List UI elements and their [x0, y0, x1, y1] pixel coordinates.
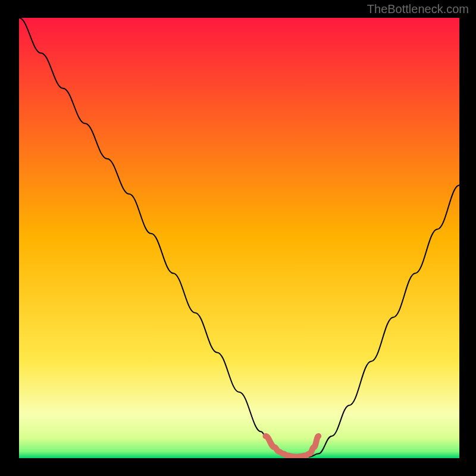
watermark: TheBottleneck.com	[367, 2, 469, 16]
bottleneck-chart	[0, 0, 476, 476]
